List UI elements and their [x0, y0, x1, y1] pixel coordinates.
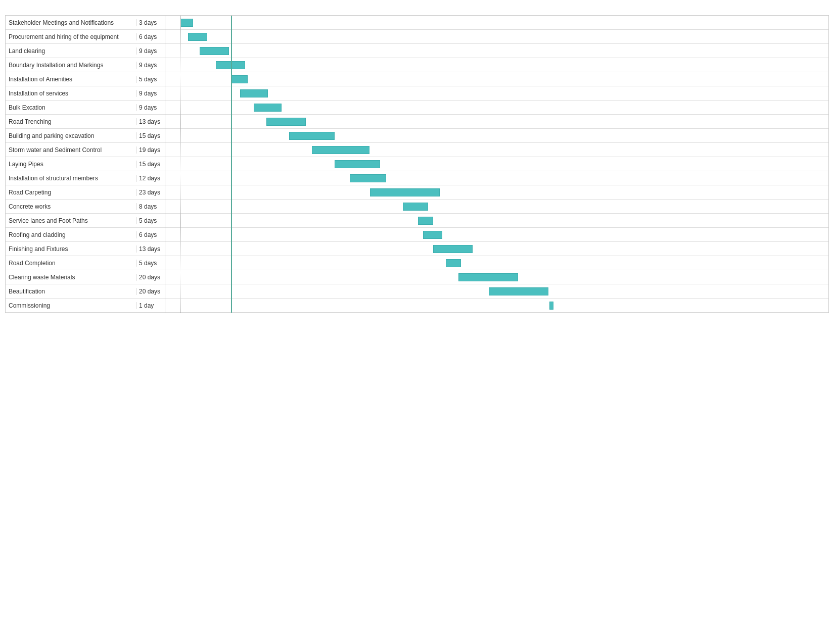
chart-row [165, 256, 828, 270]
task-name: Commissioning [6, 302, 137, 309]
task-row: Installation of Amenities5 days [6, 72, 165, 86]
task-duration: 15 days [137, 132, 165, 139]
chart-row [165, 228, 828, 242]
task-name: Road Trenching [6, 118, 137, 125]
page-header [0, 0, 834, 10]
gantt-bar [335, 160, 380, 168]
task-name: Concrete works [6, 203, 137, 210]
dotted-line [180, 16, 181, 313]
chart-row [165, 58, 828, 72]
chart-row [165, 185, 828, 200]
task-row: Land clearing9 days [6, 44, 165, 58]
task-name: Roofing and cladding [6, 231, 137, 238]
gantt-bar [312, 146, 369, 154]
task-duration: 6 days [137, 33, 165, 40]
task-row: Commissioning1 day [6, 299, 165, 313]
task-name: Installation of structural members [6, 175, 137, 182]
task-name: Building and parking excavation [6, 132, 137, 139]
task-duration: 9 days [137, 104, 165, 111]
task-row: Stakeholder Meetings and Notifications3 … [6, 16, 165, 30]
chart-row [165, 143, 828, 157]
task-name: Road Carpeting [6, 189, 137, 196]
gantt-bar [240, 89, 268, 97]
gantt-bar [403, 203, 428, 211]
task-name: Storm water and Sediment Control [6, 146, 137, 154]
task-row: Procurement and hiring of the equipment6… [6, 30, 165, 44]
gantt-bar [180, 19, 193, 27]
chart-row [165, 101, 828, 115]
chart-row [165, 200, 828, 214]
gantt-bar [188, 33, 207, 41]
task-duration: 5 days [137, 76, 165, 83]
task-name: Bulk Excation [6, 104, 137, 111]
task-duration: 8 days [137, 203, 165, 210]
task-row: Finishing and Fixtures13 days [6, 242, 165, 256]
gantt-chart: Stakeholder Meetings and Notifications3 … [5, 15, 829, 313]
chart-row [165, 72, 828, 86]
task-row: Bulk Excation9 days [6, 101, 165, 115]
gantt-bar [458, 273, 518, 281]
chart-area [165, 16, 828, 313]
gantt-bar [350, 174, 386, 182]
gantt-bar [446, 259, 461, 267]
gantt-bar [423, 231, 442, 239]
task-row: Beautification20 days [6, 284, 165, 299]
task-duration: 20 days [137, 274, 165, 281]
chart-row [165, 171, 828, 185]
gantt-bar [418, 217, 433, 225]
chart-row [165, 115, 828, 129]
task-duration: 23 days [137, 189, 165, 196]
task-name: Installation of Amenities [6, 76, 137, 83]
gantt-bar [266, 118, 306, 126]
task-table: Stakeholder Meetings and Notifications3 … [6, 16, 165, 313]
task-duration: 6 days [137, 231, 165, 238]
task-duration: 9 days [137, 47, 165, 55]
chart-row [165, 270, 828, 284]
task-row: Road Trenching13 days [6, 115, 165, 129]
task-duration: 13 days [137, 245, 165, 253]
gantt-bar [433, 245, 473, 253]
gantt-bar [289, 132, 335, 140]
task-name: Procurement and hiring of the equipment [6, 33, 137, 40]
task-row: Building and parking excavation15 days [6, 129, 165, 143]
task-duration: 20 days [137, 288, 165, 295]
task-name: Boundary Installation and Markings [6, 62, 137, 69]
gantt-bar [200, 47, 229, 55]
task-row: Road Completion5 days [6, 256, 165, 270]
task-duration: 5 days [137, 260, 165, 267]
task-duration: 13 days [137, 118, 165, 125]
chart-row [165, 30, 828, 44]
task-duration: 1 day [137, 302, 165, 309]
task-row: Storm water and Sediment Control19 days [6, 143, 165, 157]
task-duration: 3 days [137, 19, 165, 26]
solid-line [231, 16, 232, 313]
task-duration: 19 days [137, 146, 165, 154]
chart-row [165, 86, 828, 101]
task-name: Road Completion [6, 260, 137, 267]
task-duration: 12 days [137, 175, 165, 182]
task-name: Installation of services [6, 90, 137, 97]
gantt-bar [231, 75, 248, 83]
task-duration: 15 days [137, 161, 165, 168]
task-name: Clearing waste Materials [6, 274, 137, 281]
task-row: Boundary Installation and Markings9 days [6, 58, 165, 72]
chart-row [165, 129, 828, 143]
task-row: Clearing waste Materials20 days [6, 270, 165, 284]
task-duration: 9 days [137, 62, 165, 69]
task-name: Finishing and Fixtures [6, 245, 137, 253]
task-duration: 9 days [137, 90, 165, 97]
chart-row [165, 214, 828, 228]
task-name: Stakeholder Meetings and Notifications [6, 19, 137, 26]
chart-row [165, 157, 828, 171]
gantt-bar [489, 287, 548, 295]
gantt-bar [216, 61, 245, 69]
task-row: Installation of structural members12 day… [6, 171, 165, 185]
chart-row [165, 284, 828, 299]
chart-row [165, 299, 828, 313]
task-row: Concrete works8 days [6, 200, 165, 214]
task-row: Service lanes and Foot Paths5 days [6, 214, 165, 228]
task-name: Land clearing [6, 47, 137, 55]
task-row: Installation of services9 days [6, 86, 165, 101]
gantt-bar [370, 188, 440, 196]
gantt-bar [254, 104, 282, 112]
